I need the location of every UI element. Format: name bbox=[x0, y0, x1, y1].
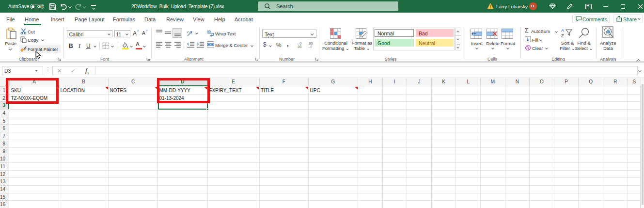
svg-text:.00: .00 bbox=[308, 42, 313, 45]
svg-text:.00: .00 bbox=[297, 45, 301, 48]
svg-text:A: A bbox=[561, 28, 565, 33]
svg-text:→0: →0 bbox=[307, 45, 313, 48]
svg-text:ab: ab bbox=[207, 30, 211, 33]
svg-text:←0: ←0 bbox=[297, 42, 302, 45]
svg-text:Z: Z bbox=[561, 33, 564, 38]
